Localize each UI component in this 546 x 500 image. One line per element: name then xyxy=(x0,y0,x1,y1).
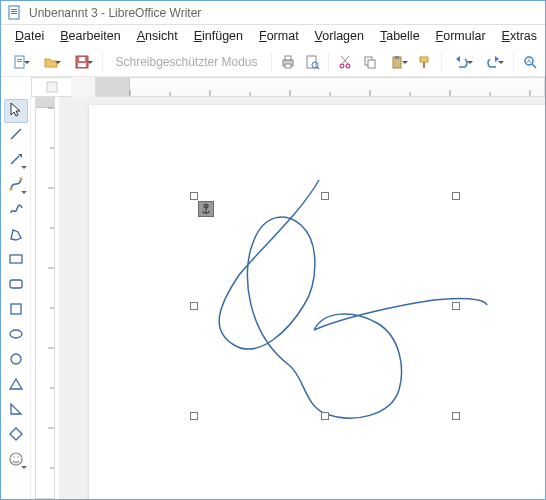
arrow-line-icon xyxy=(8,151,24,171)
svg-rect-2 xyxy=(11,11,17,12)
curve-tool[interactable] xyxy=(3,174,29,198)
cursor-icon xyxy=(8,101,24,121)
horizontal-ruler[interactable] xyxy=(95,77,545,97)
circle-tool[interactable] xyxy=(4,349,28,373)
diamond-tool[interactable] xyxy=(4,424,28,448)
save-button[interactable] xyxy=(67,49,96,75)
copy-button[interactable] xyxy=(358,49,380,75)
freeform-line-icon xyxy=(8,201,24,221)
menu-ansicht[interactable]: Ansicht xyxy=(129,27,186,45)
svg-rect-1 xyxy=(11,9,17,10)
polygon-icon xyxy=(8,226,24,246)
find-replace-button[interactable]: A xyxy=(519,49,541,75)
svg-rect-25 xyxy=(423,62,425,68)
svg-line-19 xyxy=(341,56,348,64)
svg-rect-29 xyxy=(47,82,57,92)
bezier-icon xyxy=(8,176,24,196)
svg-line-27 xyxy=(532,64,536,68)
svg-line-41 xyxy=(11,129,21,139)
diamond-icon xyxy=(8,426,24,446)
print-button[interactable] xyxy=(276,49,298,75)
menu-formular[interactable]: Formular xyxy=(428,27,494,45)
selection-handle[interactable] xyxy=(321,192,329,200)
window-title: Unbenannt 3 - LibreOffice Writer xyxy=(29,6,201,20)
ellipse-icon xyxy=(8,326,24,346)
menu-extras[interactable]: Extras xyxy=(494,27,545,45)
rect-tool[interactable] xyxy=(4,249,28,273)
toolbar-separator xyxy=(441,52,442,72)
main-toolbar: Schreibgeschützter Modus A xyxy=(1,47,545,77)
svg-rect-23 xyxy=(395,56,399,59)
selection-handle[interactable] xyxy=(452,412,460,420)
line-icon xyxy=(8,126,24,146)
svg-rect-3 xyxy=(11,13,17,14)
smiley-tool[interactable] xyxy=(3,449,29,473)
svg-rect-0 xyxy=(9,6,19,19)
cut-button[interactable] xyxy=(334,49,356,75)
undo-button[interactable] xyxy=(447,49,476,75)
selection-handle[interactable] xyxy=(452,192,460,200)
select-tool[interactable] xyxy=(4,99,28,123)
redo-button[interactable] xyxy=(479,49,508,75)
document-page[interactable] xyxy=(89,105,545,499)
line-tool[interactable] xyxy=(4,124,28,148)
svg-point-17 xyxy=(346,64,350,68)
selection-handle[interactable] xyxy=(190,302,198,310)
selection-handle[interactable] xyxy=(321,412,329,420)
print-preview-button[interactable] xyxy=(301,49,323,75)
rectangle-icon xyxy=(8,251,24,271)
freeform-tool[interactable] xyxy=(4,199,28,223)
menu-bearbeiten[interactable]: Bearbeiten xyxy=(52,27,128,45)
drawing-toolbar xyxy=(1,97,31,499)
svg-rect-8 xyxy=(79,57,85,61)
svg-rect-12 xyxy=(285,64,291,68)
vertical-ruler[interactable] xyxy=(35,97,55,499)
svg-point-43 xyxy=(9,188,12,191)
circle-icon xyxy=(8,351,24,371)
app-doc-icon xyxy=(7,5,23,21)
object-anchor-icon[interactable] xyxy=(198,201,214,217)
title-bar: Unbenannt 3 - LibreOffice Writer xyxy=(1,1,545,25)
svg-point-51 xyxy=(13,456,15,458)
polygon-tool[interactable] xyxy=(4,224,28,248)
readonly-mode-label: Schreibgeschützter Modus xyxy=(107,55,265,69)
document-canvas[interactable] xyxy=(59,97,545,499)
toolbar-separator xyxy=(271,52,272,72)
svg-rect-9 xyxy=(78,63,86,67)
open-button[interactable] xyxy=(36,49,65,75)
smiley-icon xyxy=(8,451,24,471)
right-triangle-icon xyxy=(8,401,24,421)
new-document-button[interactable] xyxy=(5,49,34,75)
toolbar-separator xyxy=(513,52,514,72)
svg-point-44 xyxy=(19,178,22,181)
rounded-rect-tool[interactable] xyxy=(4,274,28,298)
vertical-ruler-container xyxy=(31,97,59,499)
arrow-tool[interactable] xyxy=(3,149,29,173)
toolbar-separator xyxy=(102,52,103,72)
menu-tabelle[interactable]: Tabelle xyxy=(372,27,428,45)
menu-datei[interactable]: Datei xyxy=(7,27,52,45)
paste-button[interactable] xyxy=(383,49,412,75)
selection-handle[interactable] xyxy=(452,302,460,310)
svg-rect-6 xyxy=(17,61,22,62)
svg-point-49 xyxy=(11,354,21,364)
selection-handle[interactable] xyxy=(190,192,198,200)
square-tool[interactable] xyxy=(4,299,28,323)
toolbar-separator xyxy=(328,52,329,72)
ruler-corner xyxy=(31,77,71,97)
menu-vorlagen[interactable]: Vorlagen xyxy=(307,27,372,45)
work-area xyxy=(1,97,545,499)
menu-format[interactable]: Format xyxy=(251,27,307,45)
svg-rect-45 xyxy=(10,255,22,263)
svg-point-52 xyxy=(17,456,19,458)
ellipse-tool[interactable] xyxy=(4,324,28,348)
clone-formatting-button[interactable] xyxy=(414,49,436,75)
svg-point-48 xyxy=(10,330,22,338)
freeform-curve-shape[interactable] xyxy=(89,105,545,499)
selection-handle[interactable] xyxy=(190,412,198,420)
menu-einfügen[interactable]: Einfügen xyxy=(186,27,251,45)
svg-line-18 xyxy=(342,56,349,64)
triangle-tool[interactable] xyxy=(4,374,28,398)
right-triangle-tool[interactable] xyxy=(4,399,28,423)
svg-point-16 xyxy=(340,64,344,68)
